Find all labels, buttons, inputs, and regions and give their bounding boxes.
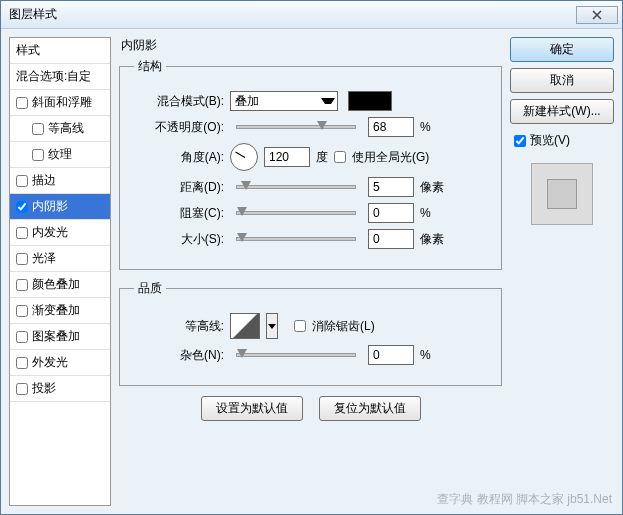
right-panel: 确定 取消 新建样式(W)... 预览(V) — [510, 37, 614, 506]
sidebar-item-label: 光泽 — [32, 250, 56, 267]
close-button[interactable] — [576, 6, 618, 24]
preview-thumbnail — [531, 163, 593, 225]
sidebar-item-2[interactable]: 纹理 — [10, 142, 110, 168]
angle-dial[interactable] — [230, 143, 258, 171]
sidebar-checkbox-1[interactable] — [32, 123, 44, 135]
sidebar-blend-options[interactable]: 混合选项:自定 — [10, 64, 110, 90]
distance-label: 距离(D): — [134, 179, 224, 196]
sidebar-checkbox-7[interactable] — [16, 279, 28, 291]
structure-group: 结构 混合模式(B): 叠加 不透明度(O): % — [119, 58, 502, 270]
sidebar-checkbox-5[interactable] — [16, 227, 28, 239]
contour-dropdown[interactable] — [266, 313, 278, 339]
structure-legend: 结构 — [134, 58, 166, 75]
noise-slider[interactable] — [236, 353, 356, 357]
styles-sidebar: 样式 混合选项:自定 斜面和浮雕等高线纹理描边内阴影内发光光泽颜色叠加渐变叠加图… — [9, 37, 111, 506]
sidebar-item-label: 纹理 — [48, 146, 72, 163]
sidebar-checkbox-6[interactable] — [16, 253, 28, 265]
set-default-button[interactable]: 设置为默认值 — [201, 396, 303, 421]
titlebar: 图层样式 — [1, 1, 622, 29]
distance-slider[interactable] — [236, 185, 356, 189]
preview-inner — [547, 179, 577, 209]
angle-label: 角度(A): — [134, 149, 224, 166]
sidebar-checkbox-8[interactable] — [16, 305, 28, 317]
sidebar-checkbox-0[interactable] — [16, 97, 28, 109]
global-light-label: 使用全局光(G) — [352, 149, 429, 166]
preview-checkbox[interactable] — [514, 135, 526, 147]
chevron-down-icon — [268, 324, 276, 329]
sidebar-item-7[interactable]: 颜色叠加 — [10, 272, 110, 298]
sidebar-item-1[interactable]: 等高线 — [10, 116, 110, 142]
size-label: 大小(S): — [134, 231, 224, 248]
sidebar-item-label: 外发光 — [32, 354, 68, 371]
sidebar-item-label: 斜面和浮雕 — [32, 94, 92, 111]
blend-mode-value: 叠加 — [235, 93, 259, 110]
quality-legend: 品质 — [134, 280, 166, 297]
sidebar-item-4[interactable]: 内阴影 — [10, 194, 110, 220]
size-input[interactable] — [368, 229, 414, 249]
antialias-label: 消除锯齿(L) — [312, 318, 375, 335]
sidebar-item-11[interactable]: 投影 — [10, 376, 110, 402]
cancel-button[interactable]: 取消 — [510, 68, 614, 93]
sidebar-item-label: 内阴影 — [32, 198, 68, 215]
sidebar-item-6[interactable]: 光泽 — [10, 246, 110, 272]
blend-mode-label: 混合模式(B): — [134, 93, 224, 110]
choke-slider[interactable] — [236, 211, 356, 215]
sidebar-checkbox-3[interactable] — [16, 175, 28, 187]
sidebar-item-label: 投影 — [32, 380, 56, 397]
sidebar-item-label: 渐变叠加 — [32, 302, 80, 319]
sidebar-item-8[interactable]: 渐变叠加 — [10, 298, 110, 324]
size-slider[interactable] — [236, 237, 356, 241]
sidebar-checkbox-2[interactable] — [32, 149, 44, 161]
choke-input[interactable] — [368, 203, 414, 223]
size-unit: 像素 — [420, 231, 450, 248]
sidebar-item-3[interactable]: 描边 — [10, 168, 110, 194]
sidebar-item-0[interactable]: 斜面和浮雕 — [10, 90, 110, 116]
sidebar-item-label: 颜色叠加 — [32, 276, 80, 293]
layer-style-dialog: 图层样式 样式 混合选项:自定 斜面和浮雕等高线纹理描边内阴影内发光光泽颜色叠加… — [0, 0, 623, 515]
sidebar-item-10[interactable]: 外发光 — [10, 350, 110, 376]
reset-default-button[interactable]: 复位为默认值 — [319, 396, 421, 421]
contour-picker[interactable] — [230, 313, 260, 339]
global-light-checkbox[interactable] — [334, 151, 346, 163]
angle-input[interactable] — [264, 147, 310, 167]
sidebar-item-label: 图案叠加 — [32, 328, 80, 345]
effect-panels: 内阴影 结构 混合模式(B): 叠加 不透明度(O): — [119, 37, 502, 506]
blend-mode-select[interactable]: 叠加 — [230, 91, 338, 111]
distance-unit: 像素 — [420, 179, 450, 196]
sidebar-item-5[interactable]: 内发光 — [10, 220, 110, 246]
sidebar-checkbox-10[interactable] — [16, 357, 28, 369]
shadow-color-swatch[interactable] — [348, 91, 392, 111]
noise-input[interactable] — [368, 345, 414, 365]
opacity-slider[interactable] — [236, 125, 356, 129]
angle-unit: 度 — [316, 149, 328, 166]
antialias-checkbox[interactable] — [294, 320, 306, 332]
sidebar-item-label: 等高线 — [48, 120, 84, 137]
sidebar-checkbox-11[interactable] — [16, 383, 28, 395]
sidebar-item-9[interactable]: 图案叠加 — [10, 324, 110, 350]
sidebar-header-styles[interactable]: 样式 — [10, 38, 110, 64]
quality-group: 品质 等高线: 消除锯齿(L) 杂色(N): % — [119, 280, 502, 386]
contour-label: 等高线: — [134, 318, 224, 335]
sidebar-checkbox-4[interactable] — [16, 201, 28, 213]
sidebar-checkbox-9[interactable] — [16, 331, 28, 343]
preview-label: 预览(V) — [530, 132, 570, 149]
noise-unit: % — [420, 348, 450, 362]
sidebar-item-label: 内发光 — [32, 224, 68, 241]
opacity-input[interactable] — [368, 117, 414, 137]
opacity-label: 不透明度(O): — [134, 119, 224, 136]
noise-label: 杂色(N): — [134, 347, 224, 364]
chevron-down-icon — [321, 98, 335, 112]
distance-input[interactable] — [368, 177, 414, 197]
sidebar-item-label: 描边 — [32, 172, 56, 189]
opacity-unit: % — [420, 120, 450, 134]
choke-label: 阻塞(C): — [134, 205, 224, 222]
choke-unit: % — [420, 206, 450, 220]
panel-title: 内阴影 — [121, 37, 502, 54]
close-icon — [592, 10, 602, 20]
ok-button[interactable]: 确定 — [510, 37, 614, 62]
new-style-button[interactable]: 新建样式(W)... — [510, 99, 614, 124]
dialog-title: 图层样式 — [5, 6, 576, 23]
